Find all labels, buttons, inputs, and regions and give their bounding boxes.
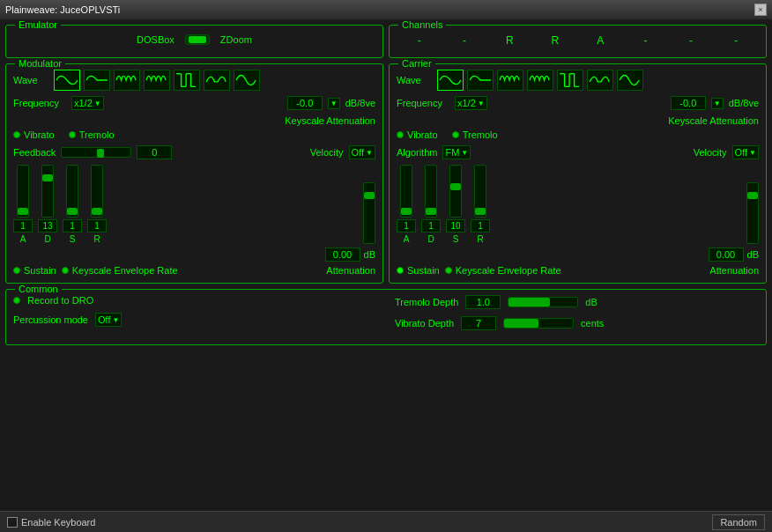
mod-wave-5[interactable] — [204, 70, 230, 91]
emulator-toggle[interactable] — [185, 34, 210, 45]
car-wave-4[interactable] — [557, 70, 583, 91]
car-a-label: A — [404, 234, 410, 244]
car-wave-3[interactable] — [527, 70, 553, 91]
mod-r-thumb — [92, 208, 102, 215]
mod-kscale-value[interactable]: -0.0 — [287, 96, 323, 110]
mod-sustain-label: Sustain — [24, 265, 56, 276]
mod-s-vslider[interactable] — [66, 165, 78, 218]
mod-wave-2[interactable] — [114, 70, 140, 91]
car-vibrato-label: Vibrato — [407, 129, 438, 140]
mod-main-thumb — [364, 192, 375, 199]
channel-1[interactable]: - — [456, 34, 473, 47]
mod-s-val: 1 — [63, 219, 82, 233]
channel-7[interactable]: - — [727, 34, 745, 47]
car-main-vslider[interactable] — [746, 182, 759, 244]
mod-tremolo-led[interactable]: Tremolo — [69, 129, 115, 140]
mod-velocity-select[interactable]: Off ▼ — [349, 145, 375, 159]
car-velocity-label: Velocity — [694, 147, 727, 158]
car-kscale-value[interactable]: -0.0 — [671, 96, 706, 110]
mod-tremolo-label: Tremolo — [79, 129, 115, 140]
car-wave-0[interactable] — [437, 70, 464, 91]
mod-a-vslider[interactable] — [17, 165, 29, 218]
car-wave-row: Wave — [397, 70, 759, 91]
mod-vibrato-led[interactable]: Vibrato — [13, 129, 55, 140]
car-r-label: R — [477, 234, 483, 244]
mod-db-value[interactable]: 0.00 — [325, 248, 360, 262]
car-d-vslider[interactable] — [425, 165, 437, 218]
car-freq-label: Frequency — [397, 98, 449, 108]
tremolo-depth-unit: dB — [585, 297, 597, 307]
car-kscale-select[interactable]: ▼ — [711, 98, 724, 109]
vibrato-depth-slider[interactable] — [503, 318, 574, 329]
mod-r-vslider[interactable] — [91, 165, 103, 218]
car-r-vslider[interactable] — [474, 165, 486, 218]
record-dro-row: Record to DRO — [13, 295, 377, 306]
mod-ks-env-led[interactable]: Keyscale Envelope Rate — [62, 265, 178, 276]
mod-a-label: A — [20, 234, 26, 244]
channel-0[interactable]: - — [411, 34, 428, 47]
mod-freq-label: Frequency — [13, 98, 66, 108]
car-sustain-led[interactable]: Sustain — [397, 265, 440, 276]
mod-sustain-led[interactable]: Sustain — [13, 265, 56, 276]
car-algo-select[interactable]: FM ▼ — [442, 145, 471, 159]
channel-3[interactable]: R — [546, 34, 564, 47]
car-sustain-label: Sustain — [407, 265, 440, 276]
mod-wave-1[interactable] — [84, 70, 110, 91]
tremolo-depth-slider[interactable] — [508, 297, 578, 307]
mod-wave-6[interactable] — [234, 70, 260, 91]
mod-wave-4[interactable] — [174, 70, 200, 91]
percussion-mode-select[interactable]: Off ▼ — [95, 313, 122, 327]
car-ks-env-led[interactable]: Keyscale Envelope Rate — [445, 265, 561, 276]
tremolo-depth-row: Tremolo Depth 1.0 dB — [395, 295, 759, 309]
car-db8ve-label: dB/8ve — [729, 98, 759, 108]
enable-keyboard-label[interactable]: Enable Keyboard — [7, 517, 95, 528]
car-kscale-arrow: ▼ — [714, 100, 721, 107]
mod-main-vslider[interactable] — [363, 182, 375, 244]
car-wave-1[interactable] — [467, 70, 494, 91]
channel-5[interactable]: - — [637, 34, 655, 47]
car-a-vslider[interactable] — [400, 165, 412, 218]
mod-fb-value[interactable]: 0 — [137, 145, 172, 159]
tremolo-depth-fill — [508, 298, 550, 307]
car-db-value[interactable]: 0.00 — [709, 248, 744, 262]
mod-s-slider: 1 S — [63, 165, 82, 244]
mod-d-thumb — [42, 174, 53, 181]
mod-fb-label: Feedback — [13, 147, 56, 158]
car-wave-6[interactable] — [617, 70, 643, 91]
mod-kscale-select[interactable]: ▼ — [328, 98, 340, 109]
car-velocity-value: Off — [735, 147, 747, 158]
car-tremolo-led[interactable]: Tremolo — [452, 129, 498, 140]
record-dro-led[interactable] — [13, 297, 20, 304]
common-content: Record to DRO Percussion mode Off ▼ Trem… — [13, 295, 759, 337]
mod-wave-3[interactable] — [144, 70, 170, 91]
car-wave-5[interactable] — [587, 70, 613, 91]
channel-6[interactable]: - — [682, 34, 700, 47]
mod-fb-row: Feedback 0 Velocity Off ▼ — [13, 145, 375, 159]
random-button[interactable]: Random — [712, 514, 765, 530]
mod-d-vslider[interactable] — [41, 165, 54, 218]
mod-wave-0[interactable] — [54, 70, 80, 91]
vibrato-depth-value[interactable]: 7 — [461, 316, 496, 330]
channel-2[interactable]: R — [501, 34, 518, 47]
close-button[interactable]: × — [754, 4, 767, 16]
mod-fb-slider[interactable] — [61, 147, 131, 158]
mod-vibrato-indicator — [13, 131, 20, 138]
mod-a-slider: 1 A — [13, 165, 33, 244]
main-content: Emulator DOSBox ZDoom Channels - - R R A… — [0, 19, 772, 532]
mod-a-thumb — [18, 208, 28, 215]
channel-4[interactable]: A — [591, 34, 609, 47]
mod-freq-select[interactable]: x1/2 ▼ — [71, 96, 104, 110]
car-s-val: 10 — [446, 219, 465, 233]
car-wave-2[interactable] — [497, 70, 523, 91]
mod-s-thumb — [67, 208, 78, 215]
car-freq-select[interactable]: x1/2 ▼ — [455, 96, 487, 110]
car-tremolo-label: Tremolo — [463, 129, 498, 140]
car-algo-label: Algorithm — [397, 147, 437, 158]
car-s-vslider[interactable] — [449, 165, 462, 218]
car-vibrato-led[interactable]: Vibrato — [397, 129, 438, 140]
percussion-mode-arrow: ▼ — [112, 316, 119, 324]
common-left: Record to DRO Percussion mode Off ▼ — [13, 295, 377, 337]
car-velocity-select[interactable]: Off ▼ — [732, 145, 759, 159]
enable-keyboard-checkbox[interactable] — [7, 517, 18, 528]
tremolo-depth-value[interactable]: 1.0 — [465, 295, 501, 309]
